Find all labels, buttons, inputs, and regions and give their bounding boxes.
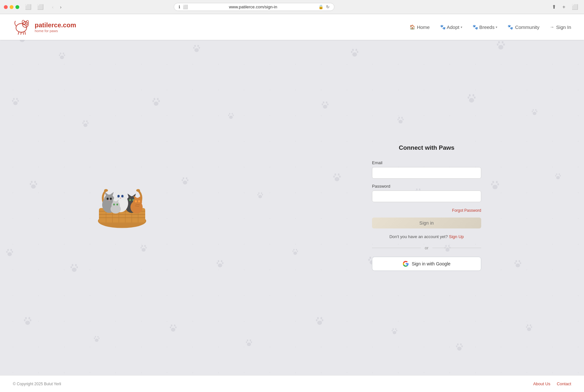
secure-icon: 🔒 <box>318 4 323 9</box>
email-input[interactable] <box>372 167 481 179</box>
nav-links: 🏠 Home 🐾 Adopt ▾ 🐾 Breeds ▾ 🐾 Community … <box>410 24 571 30</box>
adopt-icon: 🐾 <box>440 24 446 30</box>
divider-line-left <box>372 248 421 248</box>
maximize-window-button[interactable] <box>15 5 19 9</box>
forgot-password-link[interactable]: Forgot Password <box>452 208 481 213</box>
svg-line-211 <box>18 31 19 34</box>
breeds-icon: 🐾 <box>473 24 478 30</box>
svg-point-256 <box>135 200 137 202</box>
no-account-text: Don't you have an account yet? Sign Up <box>372 234 481 239</box>
nav-home-label: Home <box>417 24 430 30</box>
new-tab-button[interactable]: + <box>561 3 567 11</box>
signin-icon: → <box>550 24 554 30</box>
window-controls <box>4 5 19 9</box>
tab-icon: ⬜ <box>183 4 188 9</box>
svg-point-251 <box>133 198 142 206</box>
navbar: patilerce.com home for paws 🏠 Home 🐾 Ado… <box>0 14 584 40</box>
divider-line-right <box>432 248 481 248</box>
about-us-link[interactable]: About Us <box>533 381 550 386</box>
community-icon: 🐾 <box>508 24 513 30</box>
main-content: Connect with Paws Email Password Forgot … <box>0 40 584 375</box>
browser-right-controls: ⬆ + ⬜ <box>550 3 580 11</box>
google-signin-button[interactable]: Sign in with Google <box>372 257 481 271</box>
logo-link[interactable]: patilerce.com home for paws <box>13 18 76 36</box>
svg-point-245 <box>118 195 120 198</box>
logo-tagline: home for paws <box>35 29 76 33</box>
svg-line-212 <box>21 32 22 34</box>
svg-point-263 <box>117 204 118 206</box>
nav-home[interactable]: 🏠 Home <box>410 24 430 30</box>
google-logo-icon <box>403 261 409 267</box>
nav-adopt-label: Adopt <box>447 24 459 30</box>
close-window-button[interactable] <box>4 5 8 9</box>
svg-point-247 <box>120 198 121 199</box>
svg-point-226 <box>104 189 108 192</box>
url-display: www.patilerce.com/sign-in <box>190 4 316 9</box>
browser-chrome: ⬜ ⬜ ‹ › ℹ ⬜ www.patilerce.com/sign-in 🔒 … <box>0 0 584 14</box>
svg-line-213 <box>23 32 23 34</box>
reload-button[interactable]: ↻ <box>326 4 330 9</box>
tab-grid-button[interactable]: ⬜ <box>570 3 580 11</box>
svg-point-242 <box>115 192 126 202</box>
nav-breeds[interactable]: 🐾 Breeds ▾ <box>473 24 498 30</box>
logo-name: patilerce.com <box>35 21 76 29</box>
contact-link[interactable]: Contact <box>557 381 571 386</box>
svg-point-232 <box>107 198 109 200</box>
svg-point-210 <box>25 23 26 24</box>
page-wrapper: patilerce.com home for paws 🏠 Home 🐾 Ado… <box>0 14 584 392</box>
footer-links: About Us Contact <box>533 381 571 386</box>
breeds-chevron: ▾ <box>496 25 497 29</box>
password-group: Password <box>372 184 481 202</box>
logo-text: patilerce.com home for paws <box>35 21 76 33</box>
svg-point-233 <box>110 198 112 200</box>
svg-point-259 <box>111 201 120 209</box>
back-button[interactable]: ‹ <box>49 3 56 11</box>
tab-overview-button[interactable]: ⬜ <box>35 3 46 11</box>
google-signin-label: Sign in with Google <box>412 261 451 266</box>
cats-basket-illustration <box>90 171 154 231</box>
svg-point-239 <box>129 199 131 201</box>
nav-breeds-label: Breeds <box>479 24 495 30</box>
svg-point-209 <box>26 24 27 25</box>
footer: © Copyright 2025 Bulut Yerli About Us Co… <box>0 375 584 392</box>
password-label: Password <box>372 184 481 189</box>
footer-copyright: © Copyright 2025 Bulut Yerli <box>13 382 61 386</box>
divider: or <box>372 245 481 250</box>
minimize-window-button[interactable] <box>10 5 13 9</box>
logo-image <box>13 18 32 36</box>
forward-button[interactable]: › <box>58 3 64 11</box>
svg-point-205 <box>16 23 27 32</box>
browser-controls: ⬜ ⬜ <box>23 3 46 11</box>
home-icon: 🏠 <box>410 24 415 30</box>
nav-community-label: Community <box>515 24 539 30</box>
share-button[interactable]: ⬆ <box>550 3 558 11</box>
svg-point-257 <box>138 200 140 202</box>
svg-line-214 <box>25 31 26 34</box>
card-title: Connect with Paws <box>372 144 481 151</box>
email-group: Email <box>372 160 481 179</box>
nav-signin[interactable]: → Sign In <box>550 24 571 30</box>
illustration-area <box>90 171 154 232</box>
info-icon: ℹ <box>179 4 180 9</box>
nav-adopt[interactable]: 🐾 Adopt ▾ <box>440 24 462 30</box>
navigation-controls: ‹ › <box>49 3 64 11</box>
signin-card: Connect with Paws Email Password Forgot … <box>372 144 481 271</box>
adopt-chevron: ▾ <box>461 25 462 29</box>
divider-text: or <box>425 245 429 250</box>
svg-point-234 <box>109 200 110 201</box>
signup-link[interactable]: Sign Up <box>449 234 464 239</box>
signin-button[interactable]: Sign in <box>372 218 481 228</box>
forgot-password-area: Forgot Password <box>372 207 481 213</box>
sidebar-toggle-button[interactable]: ⬜ <box>23 3 33 11</box>
email-label: Email <box>372 160 481 165</box>
password-input[interactable] <box>372 191 481 202</box>
nav-signin-label: Sign In <box>556 24 571 30</box>
no-account-label: Don't you have an account yet? <box>389 234 448 239</box>
svg-point-207 <box>22 20 26 25</box>
nav-community[interactable]: 🐾 Community <box>508 24 539 30</box>
svg-point-227 <box>136 189 140 192</box>
svg-point-246 <box>121 195 124 198</box>
address-bar[interactable]: ℹ ⬜ www.patilerce.com/sign-in 🔒 ↻ <box>174 3 334 11</box>
svg-point-262 <box>113 204 115 206</box>
